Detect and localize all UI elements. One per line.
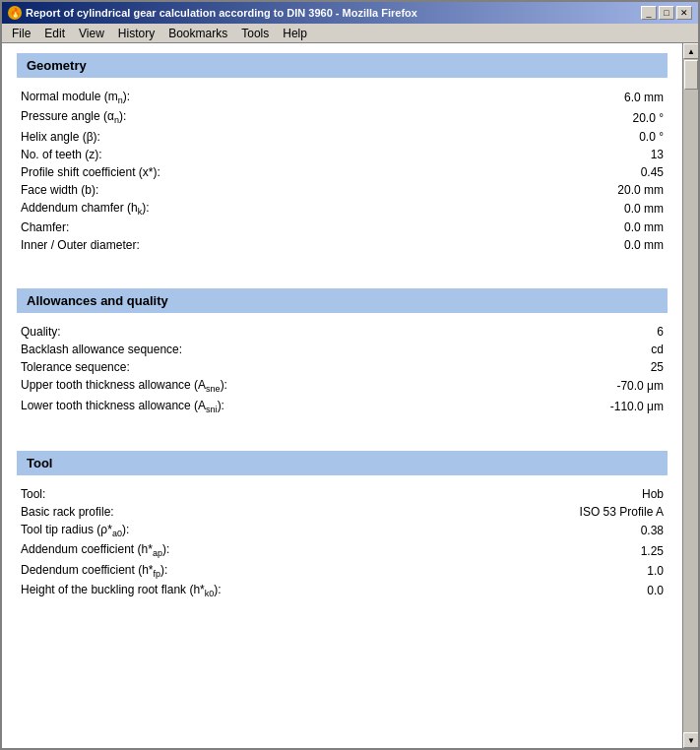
menu-item-history[interactable]: History [112, 26, 160, 41]
row-value: 0.38 [440, 521, 668, 540]
table-row: Dedendum coefficient (h*fp):1.0 [17, 561, 668, 581]
row-value: 0.0 mm [440, 199, 668, 219]
row-value: cd [440, 341, 668, 358]
row-value: -110.0 μm [440, 397, 668, 416]
row-label: Height of the buckling root flank (h*k0)… [17, 581, 440, 600]
title-bar: 🔥 Report of cylindrical gear calculation… [2, 2, 698, 24]
row-value: 6 [440, 323, 668, 341]
row-label: Inner / Outer diameter: [17, 236, 440, 254]
menu-item-file[interactable]: File [6, 26, 36, 41]
menu-bar: FileEditViewHistoryBookmarksToolsHelp [2, 24, 698, 43]
table-row: Addendum coefficient (h*ap):1.25 [17, 540, 668, 560]
scroll-up-button[interactable]: ▲ [683, 43, 698, 59]
section-header-allowances: Allowances and quality [17, 288, 668, 313]
row-value: 20.0 mm [440, 181, 668, 199]
table-row: Face width (b):20.0 mm [17, 181, 668, 199]
table-row: Inner / Outer diameter:0.0 mm [17, 236, 668, 254]
menu-item-view[interactable]: View [73, 26, 110, 41]
row-label: Lower tooth thickness allowance (Asni): [17, 397, 440, 416]
table-row: Basic rack profile:ISO 53 Profile A [17, 503, 668, 521]
row-label: No. of teeth (z): [17, 146, 440, 163]
row-label: Addendum coefficient (h*ap): [17, 540, 440, 560]
data-table-tool: Tool:HobBasic rack profile:ISO 53 Profil… [17, 485, 668, 601]
main-window: 🔥 Report of cylindrical gear calculation… [0, 0, 700, 750]
section-header-tool: Tool [17, 451, 668, 475]
close-button[interactable]: ✕ [676, 6, 692, 20]
row-value: Hob [440, 485, 668, 503]
row-value: 0.0 mm [440, 219, 668, 236]
row-value: -70.0 μm [440, 376, 668, 396]
menu-item-tools[interactable]: Tools [235, 26, 275, 41]
scroll-down-button[interactable]: ▼ [683, 732, 698, 748]
row-label: Tolerance sequence: [17, 358, 440, 376]
row-label: Dedendum coefficient (h*fp): [17, 561, 440, 581]
table-row: Backlash allowance sequence:cd [17, 341, 668, 358]
table-row: Addendum chamfer (hk):0.0 mm [17, 199, 668, 219]
table-row: Quality:6 [17, 323, 668, 341]
table-row: Helix angle (β):0.0 ° [17, 128, 668, 146]
row-value: 6.0 mm [440, 88, 668, 107]
row-label: Tool tip radius (ρ*a0): [17, 521, 440, 540]
menu-item-edit[interactable]: Edit [38, 26, 71, 41]
table-row: Normal module (mn):6.0 mm [17, 88, 668, 107]
data-table-allowances: Quality:6Backlash allowance sequence:cdT… [17, 323, 668, 416]
firefox-icon: 🔥 [8, 6, 22, 20]
menu-item-help[interactable]: Help [277, 26, 313, 41]
row-label: Upper tooth thickness allowance (Asne): [17, 376, 440, 396]
window-title: Report of cylindrical gear calculation a… [26, 7, 417, 19]
row-label: Pressure angle (αn): [17, 107, 440, 127]
table-row: Lower tooth thickness allowance (Asni):-… [17, 397, 668, 416]
row-value: 1.0 [440, 561, 668, 581]
scroll-thumb[interactable] [684, 60, 698, 90]
row-label: Basic rack profile: [17, 503, 440, 521]
row-value: 13 [440, 146, 668, 163]
section-header-geometry: Geometry [17, 53, 668, 78]
row-label: Tool: [17, 485, 440, 503]
row-label: Quality: [17, 323, 440, 341]
table-row: Upper tooth thickness allowance (Asne):-… [17, 376, 668, 396]
section-tool: ToolTool:HobBasic rack profile:ISO 53 Pr… [17, 451, 668, 601]
row-label: Backlash allowance sequence: [17, 341, 440, 358]
row-value: 25 [440, 358, 668, 376]
table-row: Profile shift coefficient (x*):0.45 [17, 163, 668, 181]
row-value: 0.45 [440, 163, 668, 181]
row-label: Chamfer: [17, 219, 440, 236]
row-value: 0.0 mm [440, 236, 668, 254]
table-row: Height of the buckling root flank (h*k0)… [17, 581, 668, 600]
title-bar-buttons: _ □ ✕ [641, 6, 692, 20]
scrollbar: ▲ ▼ [682, 43, 698, 748]
table-row: Tool tip radius (ρ*a0):0.38 [17, 521, 668, 540]
table-row: No. of teeth (z):13 [17, 146, 668, 163]
section-spacer [17, 416, 668, 431]
data-table-geometry: Normal module (mn):6.0 mmPressure angle … [17, 88, 668, 254]
table-row: Chamfer:0.0 mm [17, 219, 668, 236]
row-value: 0.0 [440, 581, 668, 600]
table-row: Tolerance sequence:25 [17, 358, 668, 376]
section-geometry: GeometryNormal module (mn):6.0 mmPressur… [17, 53, 668, 269]
table-row: Pressure angle (αn):20.0 ° [17, 107, 668, 127]
row-label: Profile shift coefficient (x*): [17, 163, 440, 181]
menu-item-bookmarks[interactable]: Bookmarks [162, 26, 233, 41]
minimize-button[interactable]: _ [641, 6, 657, 20]
row-label: Helix angle (β): [17, 128, 440, 146]
main-content: GeometryNormal module (mn):6.0 mmPressur… [2, 43, 682, 748]
row-value: 0.0 ° [440, 128, 668, 146]
row-label: Face width (b): [17, 181, 440, 199]
scroll-track [683, 59, 698, 732]
table-row: Tool:Hob [17, 485, 668, 503]
row-label: Addendum chamfer (hk): [17, 199, 440, 219]
row-value: 1.25 [440, 540, 668, 560]
section-allowances: Allowances and qualityQuality:6Backlash … [17, 288, 668, 431]
title-bar-left: 🔥 Report of cylindrical gear calculation… [8, 6, 417, 20]
row-value: ISO 53 Profile A [440, 503, 668, 521]
row-value: 20.0 ° [440, 107, 668, 127]
section-spacer [17, 254, 668, 269]
row-label: Normal module (mn): [17, 88, 440, 107]
maximize-button[interactable]: □ [659, 6, 674, 20]
content-area: GeometryNormal module (mn):6.0 mmPressur… [2, 43, 698, 748]
